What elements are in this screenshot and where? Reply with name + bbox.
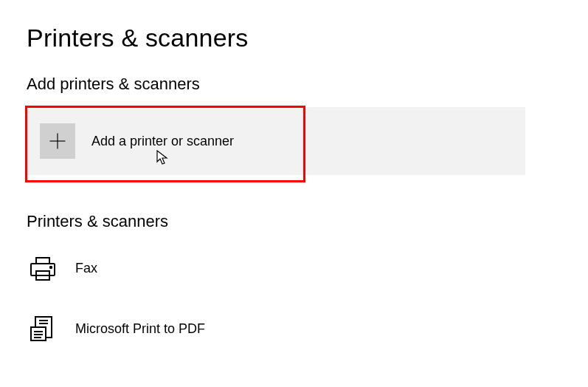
device-label: Microsoft Print to PDF [75, 321, 205, 337]
add-printer-label: Add a printer or scanner [91, 134, 234, 149]
list-section-title: Printers & scanners [27, 212, 561, 231]
device-item-fax[interactable]: Fax [27, 244, 561, 292]
device-list: Fax Microsoft Print to PDF [27, 244, 561, 352]
add-section-title: Add printers & scanners [27, 75, 561, 94]
device-item-pdf[interactable]: Microsoft Print to PDF [27, 305, 561, 352]
device-label: Fax [75, 261, 97, 276]
svg-rect-2 [31, 264, 55, 275]
pdf-printer-icon [27, 312, 59, 345]
add-printer-button[interactable]: Add a printer or scanner [27, 107, 525, 175]
plus-icon [40, 123, 75, 159]
page-title: Printers & scanners [27, 24, 561, 52]
svg-point-5 [50, 267, 52, 268]
printer-icon [27, 252, 59, 284]
svg-rect-3 [36, 258, 49, 264]
